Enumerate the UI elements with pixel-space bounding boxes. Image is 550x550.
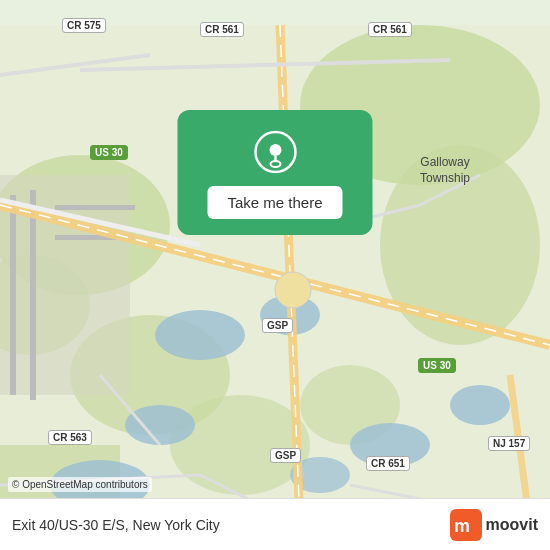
road-label-us30-right: US 30 — [418, 358, 456, 373]
svg-rect-12 — [55, 205, 135, 210]
bottom-bar: Exit 40/US-30 E/S, New York City m moovi… — [0, 498, 550, 550]
map-container: CR 575 CR 561 CR 561 US 30 GSP US 30 CR … — [0, 0, 550, 550]
road-label-cr575: CR 575 — [62, 18, 106, 33]
location-name-text: Exit 40/US-30 E/S, New York City — [12, 517, 450, 533]
road-label-cr561-right: CR 561 — [368, 22, 412, 37]
take-me-there-button[interactable]: Take me there — [207, 186, 342, 219]
svg-point-18 — [450, 385, 510, 425]
road-label-gsp2: GSP — [270, 448, 301, 463]
svg-text:m: m — [454, 516, 470, 536]
copyright-text: © OpenStreetMap contributors — [8, 477, 152, 492]
svg-rect-10 — [10, 195, 16, 395]
svg-point-37 — [269, 144, 281, 156]
road-label-cr563: CR 563 — [48, 430, 92, 445]
svg-point-7 — [170, 395, 310, 495]
road-label-us30-left: US 30 — [90, 145, 128, 160]
road-label-gsp1: GSP — [262, 318, 293, 333]
svg-rect-11 — [30, 190, 36, 400]
svg-point-35 — [275, 272, 311, 308]
location-pin-icon — [253, 130, 297, 174]
road-label-cr651: CR 651 — [366, 456, 410, 471]
location-card: Take me there — [177, 110, 372, 235]
moovit-logo-text: moovit — [486, 516, 538, 534]
svg-point-16 — [125, 405, 195, 445]
moovit-logo: m moovit — [450, 509, 538, 541]
moovit-logo-icon: m — [450, 509, 482, 541]
svg-point-38 — [270, 161, 280, 167]
galloway-township-label: GallowayTownship — [420, 155, 470, 186]
road-label-cr561-left: CR 561 — [200, 22, 244, 37]
road-label-nj157: NJ 157 — [488, 436, 530, 451]
svg-point-14 — [155, 310, 245, 360]
